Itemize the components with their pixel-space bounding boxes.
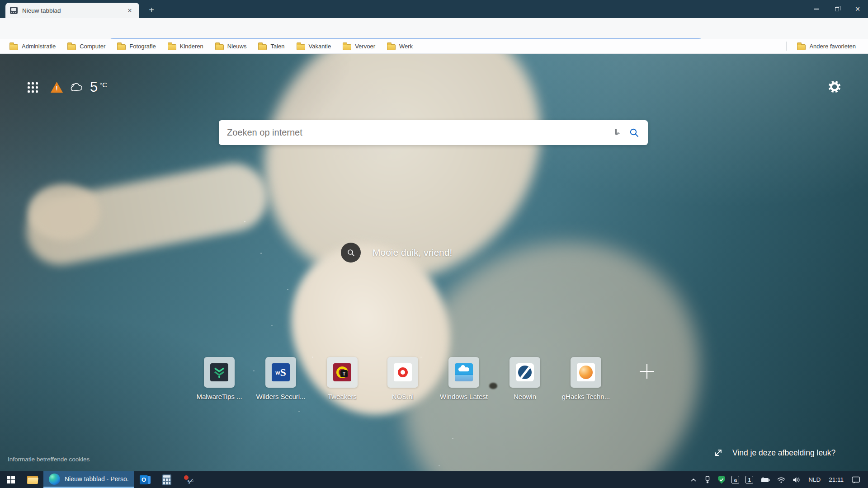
snipping-tool-button[interactable]: ✂ [178,471,199,488]
other-favorites: Andere favorieten [786,40,868,52]
bear-body-shape [210,54,594,338]
image-caption[interactable]: Mooie duik, vriend! [341,243,452,263]
battery-button[interactable] [756,471,774,488]
quick-link-windows-latest[interactable]: Windows Latest [433,357,495,400]
search-submit-icon[interactable] [629,127,640,138]
tile [204,357,235,388]
start-button[interactable] [0,471,22,488]
bubbles-shape [244,221,245,222]
cookies-notice-link[interactable]: Informatie betreffende cookies [8,456,90,463]
folder-icon [387,44,396,50]
file-explorer-button[interactable] [22,471,43,488]
notification-bubble-icon [851,475,861,484]
tab-close-icon[interactable]: ✕ [125,5,135,15]
ntp-search-box[interactable] [219,120,648,145]
minimize-button[interactable] [806,0,826,18]
image-search-bubble[interactable] [341,243,361,263]
calculator-icon [162,474,171,485]
input-indicator-1[interactable]: 1 [742,471,756,488]
folder-icon [797,44,806,50]
new-tab-button[interactable]: + [145,4,158,16]
favorites-folder-label: Vervoer [355,43,375,50]
other-favorites-button[interactable]: Andere favorieten [791,40,862,52]
browser-window: Nieuw tabblad ✕ + ✕ [0,0,868,488]
quick-link-tweakers[interactable]: T Tweakers [311,357,373,400]
quick-link-label: MalwareTips ... [196,393,242,400]
browser-toolbar: uO ··· [0,18,868,39]
edge-logo-icon [49,474,60,485]
folder-icon [117,44,126,50]
input-indicator-a[interactable]: a [728,471,742,488]
wilders-favicon: wS [272,363,290,381]
image-feedback-link[interactable]: Vind je deze afbeelding leuk? [713,448,835,458]
favorites-folder-label: Nieuws [227,43,247,50]
tile [571,357,601,388]
favorites-folder-vakantie[interactable]: Vakantie [291,40,337,52]
nos-favicon [394,363,412,381]
quick-link-wilders-security[interactable]: wS Wilders Securi... [250,357,311,400]
snipping-tool-icon: ✂ [183,474,194,485]
add-quick-link-button[interactable] [638,362,656,380]
quick-link-ghacks[interactable]: gHacks Techn... [555,357,617,400]
favorites-folder-label: Fotografie [129,43,156,50]
language-indicator[interactable]: NLD [804,476,825,483]
security-shield-icon [718,476,725,484]
security-status-button[interactable] [715,471,728,488]
clock[interactable]: 21:11 [825,476,848,483]
close-window-button[interactable]: ✕ [847,0,868,18]
favorites-folder-label: Talen [270,43,284,50]
calculator-button[interactable] [156,471,178,488]
folder-icon [67,44,76,50]
tile [387,357,418,388]
tile: wS [265,357,296,388]
favorites-folder-fotografie[interactable]: Fotografie [111,40,162,52]
page-settings-button[interactable] [828,80,841,94]
show-desktop-divider[interactable] [866,474,866,485]
favorites-folder-computer[interactable]: Computer [61,40,111,52]
apps-grid-icon[interactable] [28,82,38,93]
weather-widget[interactable]: ! 5°C [28,79,107,95]
tile: T [327,357,358,388]
favorites-divider [786,42,787,51]
tray-expand-button[interactable] [687,471,700,488]
favorites-folder-label: Vakantie [309,43,331,50]
tab-nieuw-tabblad[interactable]: Nieuw tabblad ✕ [5,3,139,18]
favorites-folder-vervoer[interactable]: Vervoer [337,40,381,52]
folder-icon [215,44,224,50]
quick-link-label: Tweakers [328,393,357,400]
favorites-folder-talen[interactable]: Talen [252,40,290,52]
input-letter-badge: a [731,476,739,483]
favorites-folder-label: Administratie [22,43,56,50]
quick-links-row: MalwareTips ... wS Wilders Securi... T T… [0,357,868,411]
favorites-folder-werk[interactable]: Werk [381,40,419,52]
restore-button[interactable] [826,0,847,18]
usb-eject-button[interactable] [700,471,715,488]
ntp-search-input[interactable] [227,127,605,138]
tile [448,357,479,388]
new-tab-page: ! 5°C [0,54,868,471]
cloudy-icon [69,82,84,93]
quick-link-label: gHacks Techn... [562,393,610,400]
action-center-button[interactable] [848,471,864,488]
weather-alert-icon: ! [51,82,63,93]
wifi-button[interactable] [774,471,789,488]
favorites-folder-label: Computer [80,43,105,50]
gear-icon [828,80,841,94]
expand-arrow-icon [713,448,723,458]
favorites-folder-nieuws[interactable]: Nieuws [209,40,253,52]
bear-flank-shape [348,184,755,471]
outlook-button[interactable]: O [134,471,156,488]
volume-button[interactable] [789,471,804,488]
quick-link-malwaretips[interactable]: MalwareTips ... [189,357,250,400]
quick-link-neowin[interactable]: Neowin [494,357,556,400]
bear-arm-shape [21,158,274,271]
quick-link-nos[interactable]: NOS.nl [372,357,434,400]
favorites-folder-administratie[interactable]: Administratie [4,40,61,52]
folder-icon [343,44,351,50]
edge-taskbar-button[interactable]: Nieuw tabblad - Perso... [43,471,134,488]
ghacks-favicon [577,363,595,381]
favorites-folder-kinderen[interactable]: Kinderen [162,40,209,52]
restore-icon [835,7,839,11]
outlook-icon: O [140,475,151,485]
folder-icon [168,44,176,50]
